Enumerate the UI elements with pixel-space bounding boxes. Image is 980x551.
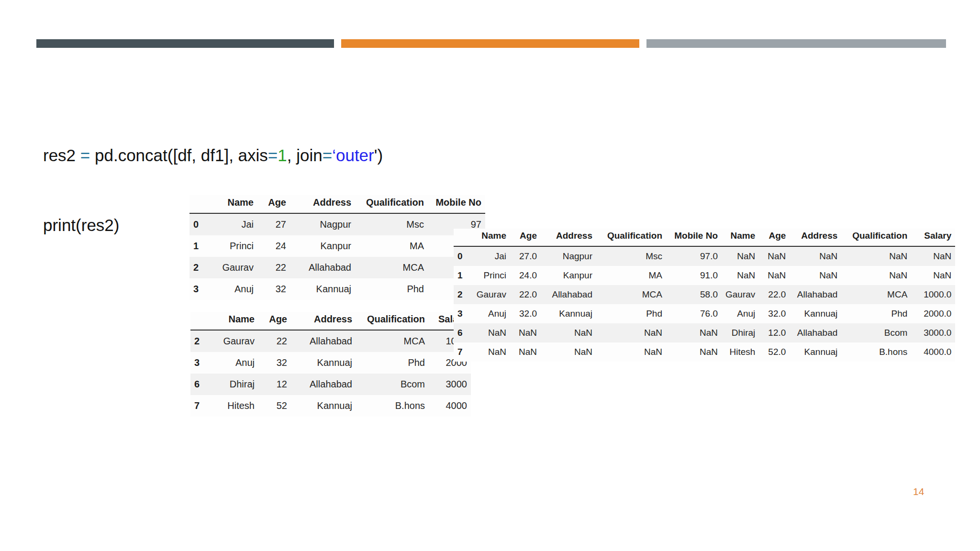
table-cell: MA — [355, 235, 428, 257]
table-row: 2Gaurav22AllahabadMCA58 — [189, 257, 485, 278]
table-cell: Bcom — [841, 323, 911, 342]
table-cell: Dhiraj — [722, 323, 759, 342]
column-header — [190, 312, 209, 330]
code-segment: ‘outer — [332, 146, 374, 165]
table-cell: MCA — [355, 257, 428, 278]
table-cell: Kannuaj — [291, 395, 356, 417]
table-cell: Phd — [356, 352, 429, 374]
column-header: Age — [759, 229, 790, 246]
table-row: 3Anuj32KannuajPhd2000 — [190, 352, 471, 374]
table-row: 7Hitesh52KannuajB.hons4000 — [190, 395, 471, 417]
table-cell: Msc — [355, 213, 428, 235]
column-header: Name — [208, 195, 257, 213]
table-cell: NaN — [759, 246, 790, 266]
table-row: 7NaNNaNNaNNaNNaNHitesh52.0KannuajB.hons4… — [454, 342, 955, 362]
row-index: 0 — [454, 246, 470, 266]
table-row: 1Princi24.0KanpurMA91.0NaNNaNNaNNaNNaN — [454, 266, 955, 285]
table-cell: Allahabad — [541, 285, 596, 304]
table-cell: 1000.0 — [911, 285, 955, 304]
table-cell: 12 — [258, 374, 291, 395]
df1-screenshot-panel: NameAgeAddressQualificationSalary2Gaurav… — [190, 312, 471, 417]
row-index: 3 — [189, 278, 208, 300]
accent-bar-orange — [341, 39, 639, 48]
column-header: Address — [290, 195, 355, 213]
table-cell: NaN — [510, 342, 541, 362]
table-cell: Allahabad — [790, 285, 841, 304]
column-header: Address — [541, 229, 596, 246]
accent-bar-gray — [646, 39, 946, 48]
table-row: 0Jai27NagpurMsc97 — [189, 213, 485, 235]
table-cell: 12.0 — [759, 323, 790, 342]
table-cell: Bcom — [356, 374, 429, 395]
table-cell: NaN — [596, 323, 666, 342]
res2-table: NameAgeAddressQualificationMobile NoName… — [454, 229, 955, 362]
table-cell: Hitesh — [209, 395, 258, 417]
table-cell: 24.0 — [510, 266, 541, 285]
table-cell: 4000.0 — [911, 342, 955, 362]
column-header: Age — [258, 312, 291, 330]
header-row: NameAgeAddressQualificationMobile No — [189, 195, 485, 213]
table-cell: Anuj — [209, 352, 258, 374]
row-index: 7 — [190, 395, 209, 417]
table-cell: 32.0 — [510, 304, 541, 323]
table-cell: Hitesh — [722, 342, 759, 362]
table-cell: MCA — [841, 285, 911, 304]
row-index: 1 — [454, 266, 470, 285]
table-cell: NaN — [790, 266, 841, 285]
accent-bar-dark — [36, 39, 334, 48]
table-cell: NaN — [911, 266, 955, 285]
table-cell: MCA — [596, 285, 666, 304]
table-row: 2Gaurav22AllahabadMCA1000 — [190, 330, 471, 352]
table-cell: Anuj — [722, 304, 759, 323]
row-index: 7 — [454, 342, 470, 362]
row-index: 6 — [190, 374, 209, 395]
column-header: Address — [291, 312, 356, 330]
column-header: Qualification — [841, 229, 911, 246]
table-row: 1Princi24KanpurMA91 — [189, 235, 485, 257]
column-header: Name — [470, 229, 510, 246]
table-cell: Kanpur — [541, 266, 596, 285]
df-table: NameAgeAddressQualificationMobile No0Jai… — [189, 195, 485, 300]
table-row: 3Anuj32.0KannuajPhd76.0Anuj32.0KannuajPh… — [454, 304, 955, 323]
table-cell: NaN — [911, 246, 955, 266]
table-cell: NaN — [722, 246, 759, 266]
table-cell: 58.0 — [666, 285, 722, 304]
row-index: 3 — [190, 352, 209, 374]
code-segment: = — [80, 146, 90, 165]
table-cell: 27 — [257, 213, 290, 235]
table-row: 6NaNNaNNaNNaNNaNDhiraj12.0AllahabadBcom3… — [454, 323, 955, 342]
code-line-print: print(res2) — [43, 215, 119, 235]
code-segment: pd.concat([df, df1], axis — [90, 146, 268, 165]
table-cell: Msc — [596, 246, 666, 266]
column-header: Name — [209, 312, 258, 330]
table-cell: Kannuaj — [541, 304, 596, 323]
code-segment: = — [323, 146, 332, 165]
table-cell: NaN — [510, 323, 541, 342]
table-cell: Kanpur — [290, 235, 355, 257]
table-cell: 91.0 — [666, 266, 722, 285]
table-cell: Phd — [355, 278, 428, 300]
table-cell: Gaurav — [209, 330, 258, 352]
table-cell: MCA — [356, 330, 429, 352]
table-cell: 22 — [257, 257, 290, 278]
column-header: Address — [790, 229, 841, 246]
table-cell: Dhiraj — [209, 374, 258, 395]
slide: res2 = pd.concat([df, df1], axis=1, join… — [0, 0, 980, 551]
table-cell: 27.0 — [510, 246, 541, 266]
column-header: Salary — [911, 229, 955, 246]
table-cell: 22 — [258, 330, 291, 352]
table-cell: 52 — [258, 395, 291, 417]
table-cell: NaN — [666, 342, 722, 362]
table-cell: NaN — [541, 342, 596, 362]
column-header: Mobile No — [428, 195, 485, 213]
table-cell: 32.0 — [759, 304, 790, 323]
table-cell: Anuj — [470, 304, 510, 323]
code-segment: 1 — [278, 146, 287, 165]
table-cell: Phd — [841, 304, 911, 323]
table-cell: Kannuaj — [290, 278, 355, 300]
table-cell: Jai — [208, 213, 257, 235]
column-header: Name — [722, 229, 759, 246]
table-cell: Allahabad — [291, 374, 356, 395]
res2-screenshot-panel: NameAgeAddressQualificationMobile NoName… — [454, 229, 955, 362]
code-segment: ') — [374, 146, 383, 165]
